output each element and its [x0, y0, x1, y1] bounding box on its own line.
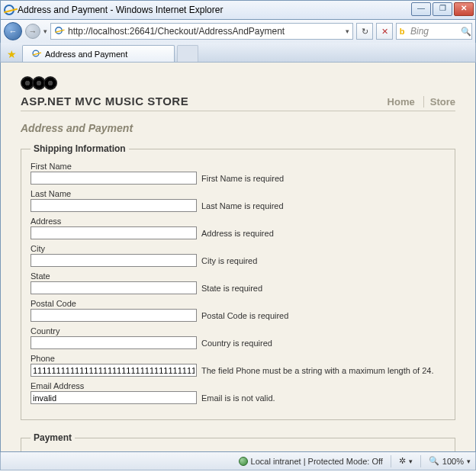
payment-fieldset: Payment We're running a promotion: all m…: [21, 432, 455, 452]
stop-icon: ✕: [381, 27, 388, 37]
site-nav: Home Store: [381, 96, 455, 108]
validation-msg: Postal Code is required: [201, 311, 288, 320]
address-dropdown-icon[interactable]: ▾: [342, 27, 352, 35]
validation-msg: Last Name is required: [201, 201, 284, 210]
minimize-button[interactable]: —: [411, 2, 431, 16]
globe-icon: [239, 457, 248, 466]
field-label: Last Name: [31, 189, 445, 198]
address-bar[interactable]: ▾: [50, 23, 353, 40]
address-input[interactable]: [68, 24, 342, 38]
back-button[interactable]: ←: [4, 22, 22, 40]
forward-button[interactable]: →: [25, 24, 40, 39]
tab-address-payment[interactable]: Address and Payment: [22, 45, 175, 62]
refresh-icon: ↻: [362, 27, 368, 37]
field-label: Address: [31, 217, 445, 226]
search-box[interactable]: b Bing 🔍: [396, 23, 472, 40]
zoom-text: 100%: [442, 457, 464, 466]
field-label: Email Address: [31, 381, 445, 390]
zoom-control[interactable]: 🔍 100% ▾: [429, 456, 471, 466]
star-icon: ★: [7, 48, 17, 60]
page-title: Address and Payment: [21, 122, 455, 134]
shipping-fieldset: Shipping Information First NameFirst Nam…: [21, 143, 455, 420]
validation-msg: State is required: [201, 284, 262, 293]
field-input-5[interactable]: [31, 309, 197, 322]
tab-strip: ★ Address and Payment: [0, 43, 476, 63]
validation-msg: Email is is not valid.: [201, 393, 275, 403]
nav-store[interactable]: Store: [423, 96, 455, 108]
search-icon[interactable]: 🔍: [461, 27, 471, 37]
record-icon: [43, 76, 57, 90]
zoom-dd-icon: ▾: [467, 458, 471, 465]
validation-msg: Country is required: [201, 339, 272, 348]
browser-viewport: ASP.NET MVC MUSIC STORE Home Store Addre…: [0, 63, 476, 452]
ie-icon: [4, 5, 14, 15]
maximize-button[interactable]: ❐: [433, 2, 452, 16]
field-input-7[interactable]: [31, 364, 197, 377]
arrow-left-icon: ←: [9, 27, 18, 36]
validation-msg: Address is required: [201, 229, 274, 238]
field-label: City: [31, 244, 445, 253]
favorites-button[interactable]: ★: [4, 47, 19, 62]
field-input-6[interactable]: [31, 336, 197, 349]
field-input-8[interactable]: [31, 391, 197, 404]
field-input-3[interactable]: [31, 254, 197, 267]
tab-ie-icon: [31, 48, 41, 60]
divider: [391, 455, 391, 467]
window-title: Address and Payment - Windows Internet E…: [18, 5, 223, 15]
search-placeholder: Bing: [407, 26, 461, 37]
refresh-button[interactable]: ↻: [356, 23, 373, 40]
validation-msg: The field Phone must be a string with a …: [201, 366, 434, 375]
field-label: First Name: [31, 162, 445, 171]
browser-navbar: ← → ▾ ▾ ↻ ✕ b Bing 🔍: [0, 20, 476, 43]
stop-button[interactable]: ✕: [376, 23, 393, 40]
bing-icon: b: [397, 27, 407, 36]
site-logo: [21, 76, 188, 90]
validation-msg: City is required: [201, 256, 257, 265]
field-label: Phone: [31, 354, 445, 363]
close-button[interactable]: ✕: [454, 2, 474, 16]
tools-dd-icon: ▾: [409, 458, 413, 465]
shipping-legend: Shipping Information: [31, 143, 129, 154]
page-tools[interactable]: ✲ ▾: [399, 456, 413, 466]
zone-text: Local intranet | Protected Mode: Off: [251, 457, 383, 466]
field-label: Country: [31, 326, 445, 336]
field-label: State: [31, 271, 445, 281]
site-header: ASP.NET MVC MUSIC STORE Home Store: [21, 76, 455, 111]
nav-home[interactable]: Home: [388, 96, 415, 108]
page-icon: [53, 25, 66, 37]
field-input-4[interactable]: [31, 281, 197, 294]
page-body: ASP.NET MVC MUSIC STORE Home Store Addre…: [1, 63, 475, 452]
divider: [420, 455, 421, 467]
payment-legend: Payment: [31, 432, 75, 443]
field-input-2[interactable]: [31, 226, 197, 239]
tools-icon: ✲: [399, 456, 406, 466]
validation-msg: First Name is required: [201, 174, 284, 183]
arrow-right-icon: →: [29, 27, 37, 36]
field-label: Postal Code: [31, 299, 445, 308]
recent-dropdown-icon[interactable]: ▾: [43, 27, 47, 35]
tab-label: Address and Payment: [45, 50, 127, 59]
site-title: ASP.NET MVC MUSIC STORE: [21, 95, 188, 108]
field-input-1[interactable]: [31, 199, 197, 212]
window-titlebar: Address and Payment - Windows Internet E…: [0, 0, 476, 20]
zoom-icon: 🔍: [429, 456, 439, 466]
field-input-0[interactable]: [31, 172, 197, 185]
new-tab-button[interactable]: [177, 45, 198, 62]
security-zone[interactable]: Local intranet | Protected Mode: Off: [239, 457, 383, 466]
status-bar: Local intranet | Protected Mode: Off ✲ ▾…: [0, 452, 476, 470]
